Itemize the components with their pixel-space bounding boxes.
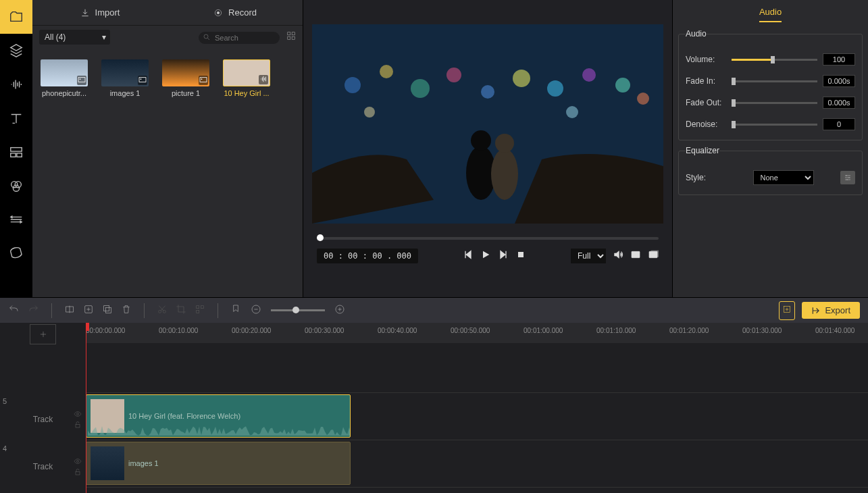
volume-slider[interactable] bbox=[732, 59, 817, 61]
grid-view-icon[interactable] bbox=[286, 31, 296, 43]
volume-value[interactable]: 100 bbox=[823, 53, 855, 66]
svg-point-35 bbox=[495, 134, 514, 153]
svg-point-33 bbox=[471, 130, 491, 151]
transition-tool[interactable] bbox=[0, 203, 32, 236]
zoom-in-button[interactable] bbox=[334, 304, 345, 317]
svg-point-8 bbox=[204, 34, 208, 38]
add-button[interactable] bbox=[83, 304, 94, 317]
step-forward-button[interactable] bbox=[498, 249, 509, 263]
layers-tool[interactable] bbox=[0, 34, 32, 68]
step-back-button[interactable] bbox=[463, 249, 474, 263]
ruler-label: 00:01:30.000 bbox=[742, 327, 782, 334]
eye-icon[interactable] bbox=[74, 410, 82, 418]
add-track-button[interactable] bbox=[30, 324, 56, 344]
eq-settings-button[interactable] bbox=[840, 171, 855, 184]
svg-point-21 bbox=[380, 65, 393, 78]
fadein-value[interactable]: 0.000s bbox=[823, 75, 855, 87]
delete-button[interactable] bbox=[121, 304, 132, 317]
svg-rect-12 bbox=[292, 36, 295, 39]
audio-tool[interactable] bbox=[0, 68, 32, 101]
mosaic-button[interactable] bbox=[195, 304, 205, 317]
svg-rect-13 bbox=[78, 78, 85, 82]
media-tool[interactable] bbox=[0, 0, 32, 34]
search-input[interactable] bbox=[199, 32, 280, 44]
track-row[interactable]: 10 Hey Girl (feat. Florence Welch) bbox=[86, 393, 868, 440]
svg-point-4 bbox=[15, 182, 21, 188]
track-head[interactable]: 5Track bbox=[0, 396, 86, 443]
track-row[interactable]: images 1 bbox=[86, 440, 868, 488]
marker-button[interactable] bbox=[230, 304, 241, 317]
svg-rect-17 bbox=[200, 78, 207, 82]
ruler-label: 00:00:30.000 bbox=[305, 327, 344, 334]
media-label: picture 1 bbox=[162, 89, 209, 97]
ruler-label: 00:01:40.000 bbox=[815, 327, 854, 334]
media-label: phonepicutr... bbox=[41, 89, 88, 97]
render-button[interactable] bbox=[779, 301, 795, 320]
timeline: 5Track4Track 00:00:00.00000:00:10.00000:… bbox=[0, 323, 868, 493]
crop-button[interactable] bbox=[176, 304, 186, 317]
fadeout-value[interactable]: 0.000s bbox=[823, 97, 855, 109]
media-label: 10 Hey Girl ... bbox=[223, 89, 270, 97]
media-item[interactable]: picture 1 bbox=[162, 59, 209, 97]
volume-icon[interactable] bbox=[613, 249, 623, 263]
svg-rect-55 bbox=[76, 472, 80, 475]
stop-button[interactable] bbox=[515, 249, 526, 263]
ruler-label: 00:01:10.000 bbox=[596, 327, 636, 334]
media-item[interactable]: phonepicutr... bbox=[41, 59, 88, 97]
overlay-tool[interactable] bbox=[0, 135, 32, 169]
element-tool[interactable] bbox=[0, 236, 32, 270]
equalizer-section-title: Equalizer bbox=[686, 146, 719, 155]
eye-icon[interactable] bbox=[74, 457, 82, 465]
eq-style-select[interactable]: None bbox=[753, 170, 814, 185]
filter-dropdown[interactable]: All (4) ▾ bbox=[39, 30, 110, 45]
volume-label: Volume: bbox=[686, 55, 726, 64]
export-button[interactable]: Export bbox=[802, 302, 860, 319]
zoom-slider[interactable] bbox=[271, 309, 325, 311]
fadeout-slider[interactable] bbox=[732, 102, 817, 104]
fullscreen-icon[interactable] bbox=[648, 249, 659, 263]
timeline-toolbar: Export bbox=[0, 297, 868, 323]
media-panel: Import Record All (4) ▾ phonepicutr...im… bbox=[32, 0, 303, 297]
redo-button[interactable] bbox=[28, 304, 39, 317]
clip-thumb bbox=[91, 446, 124, 480]
lock-icon[interactable] bbox=[74, 468, 82, 476]
preview-size-select[interactable]: Full bbox=[571, 249, 606, 263]
track-head[interactable]: 4Track bbox=[0, 443, 86, 490]
split-button[interactable] bbox=[64, 304, 75, 317]
zoom-out-button[interactable] bbox=[251, 304, 261, 317]
ruler-label: 00:00:10.000 bbox=[159, 327, 198, 334]
fadeout-label: Fade Out: bbox=[686, 98, 726, 107]
timeline-clip[interactable]: 10 Hey Girl (feat. Florence Welch) bbox=[86, 394, 351, 438]
preview-progress[interactable] bbox=[317, 237, 659, 240]
svg-rect-15 bbox=[139, 78, 146, 82]
snapshot-icon[interactable] bbox=[630, 249, 641, 263]
copy-button[interactable] bbox=[102, 304, 113, 317]
audio-tab[interactable]: Audio bbox=[673, 0, 868, 24]
svg-rect-43 bbox=[105, 307, 111, 313]
record-tab[interactable]: Record bbox=[168, 0, 303, 25]
lock-icon[interactable] bbox=[74, 421, 82, 429]
svg-rect-48 bbox=[197, 310, 199, 313]
media-item[interactable]: 10 Hey Girl ... bbox=[223, 59, 270, 97]
timeline-clip[interactable]: images 1 bbox=[86, 442, 351, 485]
media-item[interactable]: images 1 bbox=[101, 59, 149, 97]
eq-style-label: Style: bbox=[686, 173, 726, 182]
svg-rect-36 bbox=[518, 252, 524, 257]
empty-track-row[interactable] bbox=[86, 343, 868, 393]
fadein-slider[interactable] bbox=[732, 80, 817, 82]
import-tab[interactable]: Import bbox=[32, 0, 168, 25]
undo-button[interactable] bbox=[8, 304, 19, 317]
svg-point-31 bbox=[566, 106, 578, 118]
denoise-value[interactable]: 0 bbox=[823, 118, 855, 130]
filter-tool[interactable] bbox=[0, 169, 32, 203]
denoise-slider[interactable] bbox=[732, 124, 817, 126]
clip-title: images 1 bbox=[128, 459, 159, 467]
track-label: Track bbox=[33, 462, 53, 471]
cut-button[interactable] bbox=[157, 304, 168, 317]
ruler[interactable]: 00:00:00.00000:00:10.00000:00:20.00000:0… bbox=[86, 323, 868, 343]
playhead[interactable] bbox=[86, 323, 86, 493]
play-button[interactable] bbox=[480, 249, 491, 263]
preview-panel: 00 : 00 : 00 . 000 Full bbox=[303, 0, 672, 297]
text-tool[interactable] bbox=[0, 101, 32, 135]
svg-rect-0 bbox=[11, 148, 22, 152]
